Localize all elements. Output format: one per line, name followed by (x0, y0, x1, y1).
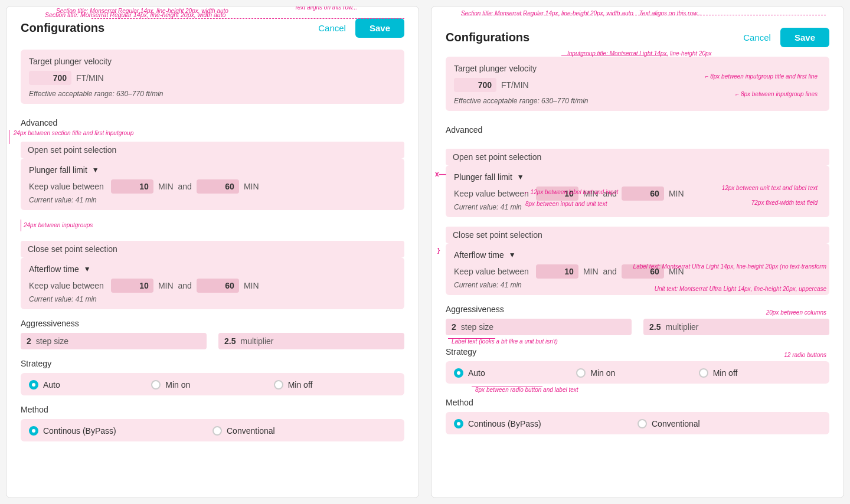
right-strategy-min-off-radio[interactable] (699, 368, 708, 378)
right-strategy-section: Strategy 12 radio buttons Auto Min on (446, 347, 829, 384)
right-panel-header: Configurations Cancel Save (446, 28, 829, 47)
right-open-set-point: Open set point selection x— Plunger fall… (446, 149, 829, 217)
ann-24px-section: 24px between section title and first inp… (9, 130, 133, 145)
strategy-min-off-radio[interactable] (274, 380, 283, 390)
strategy-auto-label: Auto (43, 380, 60, 390)
right-keep-max-unit-open: MIN (669, 189, 684, 198)
multiplier-col: 2.5 multiplier (218, 333, 404, 349)
right-afterflow-label: Afterflow time (454, 250, 504, 260)
right-current-value-open: Current value: 41 min (454, 203, 821, 211)
right-method-conventional-radio[interactable] (638, 419, 647, 428)
method-conventional-label: Conventional (227, 426, 275, 436)
method-radio-row: Continous (ByPass) Conventional (29, 426, 396, 436)
strategy-auto-radio[interactable] (29, 380, 38, 390)
right-panel-title: Configurations (446, 31, 529, 44)
ann-24px-inputgroups: 24px between inputgroups (21, 220, 93, 231)
save-button[interactable]: Save (355, 18, 404, 38)
right-method-continous[interactable]: Continous (ByPass) (454, 419, 638, 428)
method-conventional-radio[interactable] (212, 426, 222, 436)
right-cancel-button[interactable]: Cancel (743, 32, 771, 42)
right-target-plunger-unit: FT/MIN (501, 80, 529, 90)
step-size-col: 2 step size (21, 333, 207, 349)
right-method-radio-row: Continous (ByPass) Conventional (454, 419, 821, 428)
right-save-button[interactable]: Save (780, 28, 829, 47)
keep-min-open[interactable] (111, 179, 153, 194)
keep-min-close[interactable] (111, 279, 153, 293)
right-method-conventional-label: Conventional (652, 419, 700, 428)
and-text-open: and (178, 182, 192, 191)
keep-label-open: Keep value between (29, 182, 104, 191)
right-strategy-min-on-label: Min on (590, 368, 615, 378)
right-afterflow-arrow[interactable]: ▼ (509, 251, 516, 259)
strategy-title: Strategy (21, 359, 404, 368)
right-target-plunger-input[interactable] (454, 78, 496, 92)
target-plunger-range: Effective acceptable range: 630–770 ft/m… (29, 90, 396, 98)
right-step-size-label: step size (461, 322, 493, 332)
right-strategy-group: Auto Min on Min off 8px between ra (446, 361, 829, 384)
right-strategy-min-on[interactable]: Min on (576, 368, 698, 378)
right-keep-min-close[interactable] (536, 264, 578, 279)
method-conventional[interactable]: Conventional (212, 426, 396, 436)
cancel-button[interactable]: Cancel (318, 23, 346, 33)
afterflow-label: Afterflow time (29, 264, 79, 274)
aggressiveness-title: Aggressiveness (21, 319, 404, 328)
strategy-section: Strategy Auto Min on Min off (21, 359, 404, 395)
right-afterflow-row: Afterflow time ▼ (454, 250, 821, 260)
right-open-label: Open set point selection (446, 149, 829, 165)
keep-max-unit-open: MIN (244, 182, 259, 191)
right-strategy-auto[interactable]: Auto (454, 368, 576, 378)
right-advanced-title: Advanced (446, 125, 829, 135)
right-method-conventional[interactable]: Conventional (638, 419, 821, 428)
ann-x-marker: x— (435, 170, 446, 178)
right-keep-row-open: Keep value between MIN and MIN (454, 186, 821, 201)
method-continous-radio[interactable] (29, 426, 38, 436)
strategy-min-on-radio[interactable] (151, 380, 161, 390)
right-strategy-radio-row: Auto Min on Min off (454, 368, 821, 378)
ann-section-title: Section title: Monserrat Regular 14px, l… (56, 8, 228, 14)
right-strategy-min-off[interactable]: Min off (699, 368, 821, 378)
afterflow-arrow[interactable]: ▼ (84, 265, 91, 273)
plunger-fall-limit-group: Plunger fall limit ▼ Keep value between … (21, 158, 404, 210)
strategy-min-on[interactable]: Min on (151, 380, 273, 390)
ann-inputgroup-title: Inputgroup title: Montserrat Light 14px,… (567, 50, 712, 57)
current-value-close: Current value: 41 min (29, 295, 396, 303)
right-step-size-value: 2 (452, 322, 456, 332)
keep-max-unit-close: MIN (244, 281, 259, 290)
right-afterflow-group: } Afterflow time ▼ Label text: Montserra… (446, 243, 829, 295)
header-actions: Cancel Save (318, 18, 404, 38)
ann-right-section-title: Section title: Monserrat Regular 14px, l… (461, 10, 633, 17)
keep-min-unit-close: MIN (158, 281, 174, 290)
plunger-fall-arrow[interactable]: ▼ (92, 166, 99, 174)
target-plunger-group: Target plunger velocity FT/MIN Effective… (21, 50, 404, 104)
right-keep-min-open[interactable] (536, 186, 578, 201)
open-set-point-section: Open set point selection Plunger fall li… (21, 142, 404, 210)
right-strategy-auto-radio[interactable] (454, 368, 463, 378)
aggressiveness-row: 2 step size 2.5 multiplier (21, 333, 404, 349)
multiplier-label: multiplier (240, 336, 273, 346)
right-target-plunger-title: Target plunger velocity (454, 64, 821, 73)
plunger-fall-label: Plunger fall limit (29, 165, 87, 175)
strategy-auto[interactable]: Auto (29, 380, 151, 390)
keep-max-open[interactable] (197, 179, 239, 194)
right-keep-min-unit-open: MIN (583, 189, 599, 198)
right-close-set-point: Close set point selection } Afterflow ti… (446, 227, 829, 295)
right-aggressiveness-row: 2 step size 2.5 multiplier (446, 319, 829, 335)
keep-min-unit-open: MIN (158, 182, 174, 191)
keep-max-close[interactable] (197, 279, 239, 293)
plunger-fall-dropdown-row: Plunger fall limit ▼ (29, 165, 396, 175)
right-method-continous-radio[interactable] (454, 419, 463, 428)
right-plunger-fall-arrow[interactable]: ▼ (517, 173, 524, 181)
right-method-title: Method (446, 398, 829, 407)
right-keep-label-open: Keep value between (454, 189, 529, 198)
right-step-size-col: 2 step size (446, 319, 632, 335)
method-section: Method Continous (ByPass) Conventional (21, 405, 404, 441)
method-continous[interactable]: Continous (ByPass) (29, 426, 212, 436)
close-set-point-section: Close set point selection Afterflow time… (21, 241, 404, 309)
right-strategy-min-on-radio[interactable] (576, 368, 586, 378)
strategy-min-off[interactable]: Min off (274, 380, 396, 390)
right-keep-min-unit-close: MIN (583, 267, 599, 276)
right-keep-max-close[interactable] (622, 264, 664, 279)
target-plunger-input[interactable] (29, 71, 71, 85)
right-keep-max-open[interactable] (622, 186, 664, 201)
method-title: Method (21, 405, 404, 414)
